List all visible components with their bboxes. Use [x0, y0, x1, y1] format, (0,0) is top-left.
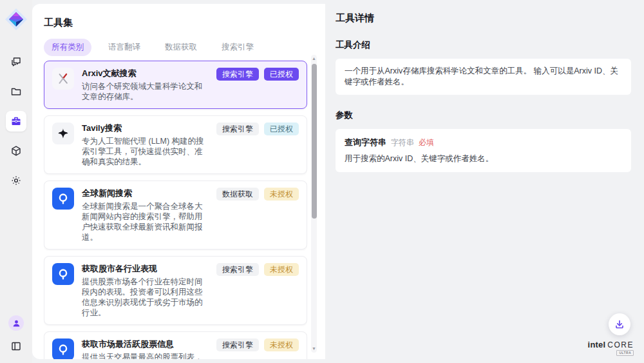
user-avatar[interactable] — [8, 315, 24, 331]
tool-icon — [52, 68, 74, 90]
folder-icon — [10, 86, 22, 97]
tool-description: 提供当天交易量最高的股票列表，投资者可以利用这些信息来识别流动性强的股票和潜在的… — [82, 352, 209, 359]
tool-card[interactable]: Tavily搜索 专为人工智能代理 (LLM) 构建的搜索引擎工具，可快速提供实… — [44, 115, 307, 174]
app-logo-icon — [5, 8, 28, 31]
tool-card-body: 全球新闻搜索 全球新闻搜索是一个聚合全球各大新闻网站内容的搜索引擎，帮助用户快速… — [82, 188, 209, 242]
tab-category-0[interactable]: 所有类别 — [44, 39, 91, 56]
intel-text: intel — [588, 340, 606, 349]
sidebar-collapse-toggle[interactable] — [8, 338, 24, 354]
intel-core-logo: intel core ULTRA — [588, 340, 634, 356]
intro-card: 一个用于从Arxiv存储库搜索科学论文和文章的工具。 输入可以是Arxiv ID… — [336, 59, 631, 95]
tool-card[interactable]: 获取股市各行业表现 提供股票市场各个行业在特定时间段内的表现。投资者可以利用这些… — [44, 256, 307, 325]
scroll-down-icon[interactable]: ▼ — [311, 346, 317, 352]
intro-text: 一个用于从Arxiv存储库搜索科学论文和文章的工具。 输入可以是Arxiv ID… — [345, 66, 618, 86]
core-text: core — [607, 340, 634, 349]
tavily-star-icon — [56, 126, 70, 141]
category-badge: 数据获取 — [216, 188, 259, 201]
toolset-title: 工具集 — [44, 17, 325, 29]
panel-toggle-icon — [10, 340, 22, 352]
tool-card-body: Arxiv文献搜索 访问各个研究领域大量科学论文和文章的存储库。 — [82, 68, 209, 102]
param-type: 字符串 — [391, 137, 414, 148]
intel-core-wordmark: intel core — [588, 340, 634, 349]
tool-card[interactable]: 获取市场最活跃股票信息 提供当天交易量最高的股票列表，投资者可以利用这些信息来识… — [44, 331, 307, 359]
list-scrollbar[interactable]: ▲ ▼ — [311, 55, 317, 353]
tool-name: 全球新闻搜索 — [82, 188, 209, 199]
download-button[interactable] — [609, 313, 630, 335]
param-head: 查询字符串 字符串 必填 — [345, 137, 622, 148]
tool-badges: 搜索引擎 已授权 — [216, 68, 299, 102]
gear-icon — [10, 175, 22, 186]
auth-status-badge: 已授权 — [264, 68, 299, 81]
param-name: 查询字符串 — [345, 137, 386, 148]
tab-category-2[interactable]: 数据获取 — [157, 39, 205, 56]
tool-description: 专为人工智能代理 (LLM) 构建的搜索引擎工具，可快速提供实时、准确和真实的结… — [82, 136, 209, 167]
tool-name: Arxiv文献搜索 — [82, 68, 209, 79]
tool-description: 访问各个研究领域大量科学论文和文章的存储库。 — [82, 81, 209, 102]
chat-icon — [10, 56, 22, 68]
tool-badges: 搜索引擎 未授权 — [216, 338, 299, 359]
tool-name: 获取市场最活跃股票信息 — [82, 338, 209, 349]
details-title: 工具详情 — [336, 12, 631, 25]
sidebar-item-settings[interactable] — [6, 170, 26, 191]
tool-name: 获取股市各行业表现 — [82, 263, 209, 274]
tool-card-body: Tavily搜索 专为人工智能代理 (LLM) 构建的搜索引擎工具，可快速提供实… — [82, 123, 209, 167]
tool-description: 全球新闻搜索是一个聚合全球各大新闻网站内容的搜索引擎，帮助用户快速获取全球最新资… — [82, 201, 209, 242]
sidebar-item-files[interactable] — [6, 81, 26, 102]
intro-heading: 工具介绍 — [336, 39, 631, 51]
category-tabs: 所有类别语言翻译数据获取搜索引擎 — [44, 39, 325, 56]
auth-status-badge: 未授权 — [264, 188, 299, 201]
param-required-flag: 必填 — [419, 137, 434, 148]
tool-card-body: 获取股市各行业表现 提供股票市场各个行业在特定时间段内的表现。投资者可以利用这些… — [82, 263, 209, 318]
scrollbar-thumb[interactable] — [312, 64, 317, 219]
param-description: 用于搜索的Arxiv ID、关键字或作者姓名。 — [345, 153, 622, 164]
auth-status-badge: 未授权 — [264, 338, 299, 351]
news-search-icon — [56, 267, 70, 281]
category-badge: 搜索引擎 — [216, 338, 259, 351]
tool-badges: 数据获取 未授权 — [216, 188, 299, 242]
download-icon — [614, 319, 625, 329]
tab-category-1[interactable]: 语言翻译 — [100, 39, 148, 56]
tool-badges: 搜索引擎 已授权 — [216, 123, 299, 167]
tool-description: 提供股票市场各个行业在特定时间段内的表现。投资者可以利用这些信息来识别表现优于或… — [82, 277, 209, 318]
tool-list: Arxiv文献搜索 访问各个研究领域大量科学论文和文章的存储库。 搜索引擎 已授… — [44, 61, 307, 359]
sidebar-item-chat[interactable] — [6, 52, 26, 72]
tab-category-3[interactable]: 搜索引擎 — [214, 39, 261, 56]
tool-card-body: 获取市场最活跃股票信息 提供当天交易量最高的股票列表，投资者可以利用这些信息来识… — [82, 338, 209, 359]
toolbox-icon — [10, 115, 22, 127]
auth-status-badge: 已授权 — [264, 123, 299, 135]
auth-status-badge: 未授权 — [264, 263, 299, 276]
tool-icon — [52, 263, 74, 285]
sidebar-nav — [6, 52, 26, 191]
tool-badges: 搜索引擎 未授权 — [216, 263, 299, 318]
sidebar-bottom — [8, 315, 24, 354]
news-search-icon — [56, 342, 70, 357]
app-sidebar — [0, 0, 32, 363]
toolset-panel: 工具集 所有类别语言翻译数据获取搜索引擎 — [32, 4, 325, 359]
arxiv-icon — [56, 72, 70, 86]
tool-card[interactable]: 全球新闻搜索 全球新闻搜索是一个聚合全球各大新闻网站内容的搜索引擎，帮助用户快速… — [44, 181, 307, 250]
tool-name: Tavily搜索 — [82, 123, 209, 133]
sidebar-item-toolbox[interactable] — [6, 111, 26, 132]
tool-details-panel: 工具详情 工具介绍 一个用于从Arxiv存储库搜索科学论文和文章的工具。 输入可… — [325, 0, 644, 363]
tool-card[interactable]: Arxiv文献搜索 访问各个研究领域大量科学论文和文章的存储库。 搜索引擎 已授… — [44, 61, 307, 109]
tool-icon — [52, 123, 74, 144]
category-badge: 搜索引擎 — [216, 68, 259, 81]
cube-icon — [10, 145, 22, 157]
category-badge: 搜索引擎 — [216, 263, 259, 276]
tool-icon — [52, 338, 74, 359]
category-badge: 搜索引擎 — [216, 123, 259, 135]
tool-icon — [52, 188, 74, 210]
ultra-badge: ULTRA — [616, 350, 634, 356]
user-icon — [12, 319, 21, 328]
params-heading: 参数 — [336, 110, 631, 121]
sidebar-item-packages[interactable] — [6, 141, 26, 161]
param-card: 查询字符串 字符串 必填 用于搜索的Arxiv ID、关键字或作者姓名。 — [336, 129, 631, 172]
news-search-icon — [56, 191, 70, 206]
scroll-up-icon[interactable]: ▲ — [311, 55, 317, 62]
